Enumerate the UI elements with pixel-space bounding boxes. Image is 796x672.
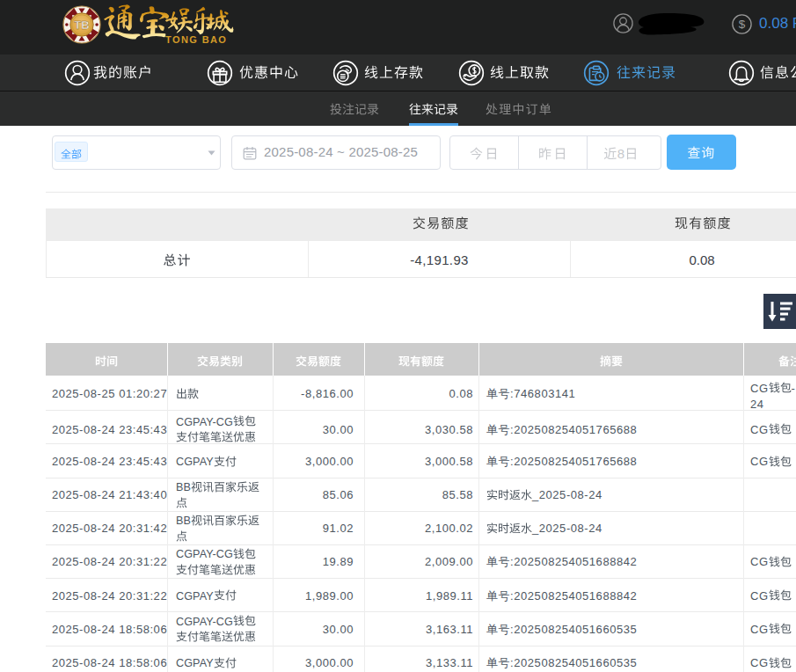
svg-text:$: $ (739, 18, 746, 31)
svg-text:TB: TB (74, 18, 89, 32)
